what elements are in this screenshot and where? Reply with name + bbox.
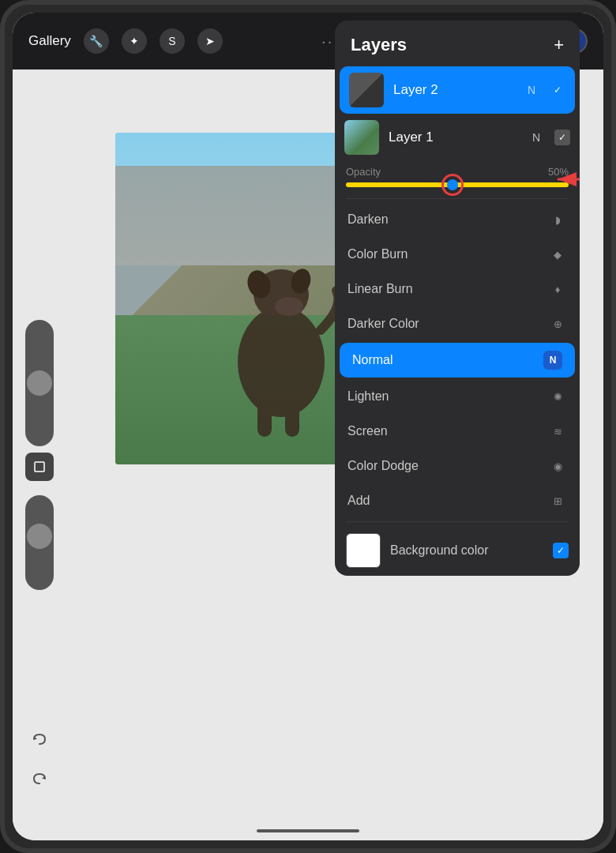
undo-button[interactable]: [25, 725, 54, 753]
background-color-row[interactable]: Background color ✓: [335, 525, 580, 576]
top-bar-left: Gallery 🔧 ✦ S ➤: [28, 28, 223, 54]
opacity-slider-v[interactable]: [25, 495, 54, 590]
blend-darkercolor[interactable]: Darker Color ⊕: [335, 306, 580, 341]
layer-item-1[interactable]: Layer 1 N ✓: [335, 114, 580, 161]
blend-mode-list: Darken ◗ Color Burn ◆ Linear Burn ♦ Dark…: [335, 199, 580, 521]
blend-darkercolor-label: Darker Color: [347, 317, 419, 331]
redo-button[interactable]: [25, 765, 54, 793]
svg-point-5: [275, 297, 303, 316]
share-icon[interactable]: ➤: [197, 28, 223, 54]
brush-size-thumb[interactable]: [27, 370, 52, 396]
layer-1-checkbox[interactable]: ✓: [554, 130, 570, 145]
layer-2-name: Layer 2: [393, 82, 518, 98]
brush-size-slider[interactable]: [25, 320, 54, 446]
blend-screen-icon: ≋: [548, 422, 567, 441]
blend-colordodge[interactable]: Color Dodge ◉: [335, 449, 580, 483]
blend-screen[interactable]: Screen ≋: [335, 414, 580, 449]
blend-darken-label: Darken: [347, 212, 389, 227]
layer-1-mode: N: [532, 131, 540, 144]
panel-header: Layers +: [335, 21, 580, 66]
layer-2-thumbnail: [349, 73, 384, 107]
ipad-frame: Gallery 🔧 ✦ S ➤ ··· ✏ ✒ ◻: [0, 0, 616, 853]
opacity-thumb[interactable]: [441, 174, 464, 196]
blend-screen-label: Screen: [347, 424, 388, 438]
blend-colordodge-icon: ◉: [548, 457, 567, 475]
home-indicator: [257, 829, 359, 832]
layer-item-2[interactable]: Layer 2 N ✓: [340, 66, 575, 114]
blend-normal-icon: N: [543, 351, 562, 370]
wrench-icon[interactable]: 🔧: [84, 28, 109, 54]
svg-rect-10: [35, 462, 44, 472]
layer-2-checkbox[interactable]: ✓: [550, 82, 565, 98]
blend-lighten-icon: ✺: [548, 387, 567, 406]
blend-add-icon: ⊞: [548, 491, 567, 510]
svg-point-3: [238, 306, 325, 417]
blend-linearburn-label: Linear Burn: [347, 282, 413, 296]
blend-linearburn-icon: ♦: [548, 280, 567, 299]
layers-panel: Layers + Layer 2 N ✓ Layer 1 N ✓ Opacity: [335, 21, 580, 576]
svg-rect-8: [257, 401, 272, 437]
opacity-label: Opacity: [346, 166, 381, 178]
blend-colorburn-label: Color Burn: [347, 247, 408, 261]
blend-colorburn-icon: ◆: [548, 245, 567, 264]
blend-normal-label: Normal: [352, 353, 393, 367]
blend-darken-icon: ◗: [548, 210, 567, 229]
transform-button[interactable]: [25, 453, 54, 481]
gallery-button[interactable]: Gallery: [28, 33, 71, 49]
screen: Gallery 🔧 ✦ S ➤ ··· ✏ ✒ ◻: [13, 13, 603, 840]
layer-1-name: Layer 1: [389, 130, 523, 145]
adjust-icon[interactable]: ✦: [122, 28, 147, 54]
layer-2-mode: N: [528, 84, 535, 96]
blend-colorburn[interactable]: Color Burn ◆: [335, 237, 580, 272]
svg-rect-9: [285, 405, 299, 437]
blend-linearburn[interactable]: Linear Burn ♦: [335, 272, 580, 306]
panel-title: Layers: [351, 35, 407, 55]
background-color-label: Background color: [390, 543, 543, 558]
divider-2: [346, 521, 569, 522]
add-layer-button[interactable]: +: [554, 35, 564, 55]
blend-add[interactable]: Add ⊞: [335, 483, 580, 518]
bottom-toolbar: [25, 725, 54, 793]
blend-darkercolor-icon: ⊕: [548, 314, 567, 333]
left-toolbar: [25, 320, 54, 590]
blend-lighten-label: Lighten: [347, 389, 389, 404]
background-color-swatch[interactable]: [346, 533, 381, 568]
background-color-checkbox[interactable]: ✓: [553, 543, 569, 558]
blend-add-label: Add: [347, 494, 370, 508]
smudge-icon[interactable]: S: [160, 28, 185, 54]
blend-normal[interactable]: Normal N: [340, 343, 575, 378]
layer-1-thumbnail: [344, 120, 379, 155]
opacity-thumb-v[interactable]: [27, 524, 52, 549]
blend-darken[interactable]: Darken ◗: [335, 202, 580, 237]
blend-colordodge-label: Color Dodge: [347, 459, 419, 473]
blend-lighten[interactable]: Lighten ✺: [335, 379, 580, 414]
